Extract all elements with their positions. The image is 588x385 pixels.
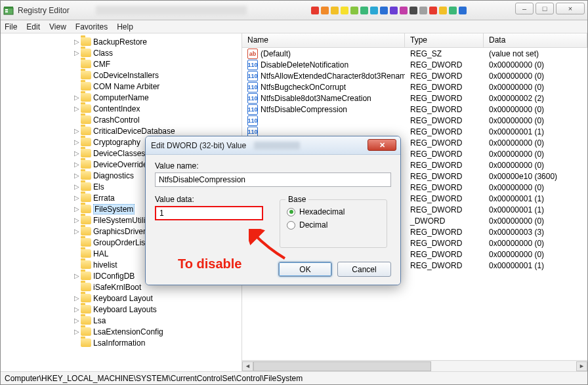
svg-rect-3	[5, 11, 8, 12]
table-row[interactable]: 110NtfsDisableCompressionREG_DWORD0x0000…	[242, 104, 587, 115]
tree-item-label: FileSystem	[93, 204, 135, 214]
expander-icon[interactable]: ▷	[73, 161, 81, 168]
table-row[interactable]: 110NtfsBugcheckOnCorruptREG_DWORD0x00000…	[242, 81, 587, 92]
value-data: 0x00000000 (0)	[484, 71, 587, 81]
expander-icon[interactable]: ▷	[73, 105, 81, 112]
tree-item[interactable]: CoDeviceInstallers	[72, 70, 242, 81]
expander-icon[interactable]: ▷	[73, 172, 81, 179]
folder-icon	[81, 127, 91, 135]
tree-item-label: iSafeKrnlBoot	[93, 283, 141, 292]
minimize-button[interactable]: –	[515, 3, 534, 14]
expander-icon[interactable]: ▷	[73, 228, 81, 235]
table-row[interactable]: 110NtfsDisable8dot3NameCreationREG_DWORD…	[242, 92, 587, 104]
folder-icon	[81, 238, 91, 247]
tree-item-label: GroupOrderList	[93, 238, 148, 247]
folder-icon	[81, 37, 91, 46]
menu-view[interactable]: View	[49, 22, 66, 31]
table-row[interactable]: 110NtfsAllowExtendedCharacter8dot3Rename…	[242, 70, 587, 81]
tree-item-label: GraphicsDrivers	[93, 227, 150, 236]
expander-icon[interactable]: ▷	[73, 38, 81, 45]
expander-icon[interactable]: ▷	[73, 49, 81, 56]
scroll-track[interactable]	[253, 361, 576, 371]
radio-icon	[287, 208, 295, 216]
menu-favorites[interactable]: Favorites	[75, 22, 108, 31]
folder-icon	[81, 260, 91, 269]
horizontal-scrollbar[interactable]: ◄ ►	[242, 360, 587, 371]
value-name: NtfsDisable8dot3NameCreation	[261, 94, 371, 103]
expander-icon[interactable]: ▷	[73, 194, 81, 201]
expander-icon[interactable]: ▷	[73, 183, 81, 190]
column-type[interactable]: Type	[405, 33, 484, 47]
edit-dword-dialog: Edit DWORD (32-bit) Value ✕ Value name: …	[145, 136, 401, 285]
table-row[interactable]: ab(Default)REG_SZ(value not set)	[242, 48, 587, 59]
value-type: REG_DWORD	[405, 83, 484, 92]
dword-value-icon: 110	[247, 104, 258, 115]
expander-icon[interactable]: ▷	[73, 272, 81, 279]
menu-edit[interactable]: Edit	[26, 22, 40, 31]
close-button[interactable]: ×	[556, 3, 585, 14]
value-type: REG_DWORD	[405, 250, 484, 259]
dword-value-icon: 110	[247, 115, 258, 126]
scroll-right-button[interactable]: ►	[576, 361, 587, 371]
tree-item[interactable]: ▷Lsa	[72, 315, 242, 326]
value-name: NtfsAllowExtendedCharacter8dot3Rename	[261, 71, 405, 81]
cancel-button[interactable]: Cancel	[337, 262, 391, 277]
value-data: 0x00000000 (0)	[484, 60, 587, 70]
maximize-button[interactable]: □	[536, 3, 554, 14]
folder-icon	[81, 171, 91, 180]
tree-item[interactable]: ▷CriticalDeviceDatabase	[72, 125, 242, 136]
tree-item-label: BackupRestore	[93, 37, 147, 47]
tree-item[interactable]: CMF	[72, 58, 242, 70]
tree-item[interactable]: ▷ContentIndex	[72, 103, 242, 114]
tree-item-label: hivelist	[93, 260, 117, 270]
folder-icon	[81, 115, 91, 124]
expander-icon[interactable]: ▷	[73, 216, 81, 224]
value-data: 0x00000000 (0)	[484, 250, 587, 259]
menu-help[interactable]: Help	[117, 22, 133, 31]
table-row[interactable]: 110REG_DWORD0x00000000 (0)	[242, 115, 587, 126]
value-name-input[interactable]	[155, 172, 391, 187]
scroll-thumb[interactable]	[253, 361, 431, 371]
value-data: 0x00000001 (1)	[484, 261, 587, 270]
tree-item[interactable]: ▷BackupRestore	[72, 36, 242, 47]
scroll-left-button[interactable]: ◄	[242, 361, 253, 371]
value-data: (value not set)	[484, 49, 587, 58]
column-name[interactable]: Name	[242, 33, 405, 47]
tree-item[interactable]: ▷ComputerName	[72, 92, 242, 103]
tree-item[interactable]: ▷Keyboard Layout	[72, 293, 242, 304]
expander-icon[interactable]: ▷	[73, 205, 81, 213]
column-data[interactable]: Data	[484, 33, 587, 47]
dword-value-icon: 110	[247, 71, 258, 81]
folder-icon	[81, 49, 91, 57]
taskbar-color-dots	[311, 7, 467, 14]
menu-file[interactable]: File	[5, 22, 17, 31]
window-titlebar: Registry Editor – □ ×	[1, 1, 587, 20]
radio-hexadecimal[interactable]: Hexadecimal	[287, 205, 380, 218]
tree-item[interactable]: CrashControl	[72, 114, 242, 125]
value-data-input[interactable]	[155, 206, 263, 220]
dialog-close-button[interactable]: ✕	[368, 139, 396, 151]
folder-icon	[81, 71, 91, 79]
tree-item[interactable]: ▷Class	[72, 47, 242, 58]
dialog-titlebar[interactable]: Edit DWORD (32-bit) Value ✕	[146, 136, 400, 155]
radio-decimal[interactable]: Decimal	[287, 218, 380, 232]
value-type: REG_DWORD	[405, 239, 484, 248]
tree-item[interactable]: ▷Keyboard Layouts	[72, 304, 242, 315]
expander-icon[interactable]: ▷	[73, 138, 81, 146]
tree-item[interactable]: LsaInformation	[72, 337, 242, 348]
ok-button[interactable]: OK	[278, 262, 332, 277]
tree-item[interactable]: ▷LsaExtensionConfig	[72, 326, 242, 337]
expander-icon[interactable]: ▷	[73, 317, 81, 324]
expander-icon[interactable]: ▷	[73, 150, 81, 157]
string-value-icon: ab	[247, 49, 258, 59]
value-data: 0x00000000 (0)	[484, 150, 587, 159]
expander-icon[interactable]: ▷	[73, 127, 81, 134]
folder-icon	[81, 249, 91, 258]
expander-icon[interactable]: ▷	[73, 294, 81, 302]
tree-item[interactable]: COM Name Arbiter	[72, 81, 242, 92]
expander-icon[interactable]: ▷	[73, 94, 81, 101]
window-title: Registry Editor	[18, 6, 70, 15]
table-row[interactable]: 110DisableDeleteNotificationREG_DWORD0x0…	[242, 59, 587, 70]
expander-icon[interactable]: ▷	[73, 328, 81, 335]
expander-icon[interactable]: ▷	[73, 306, 81, 313]
